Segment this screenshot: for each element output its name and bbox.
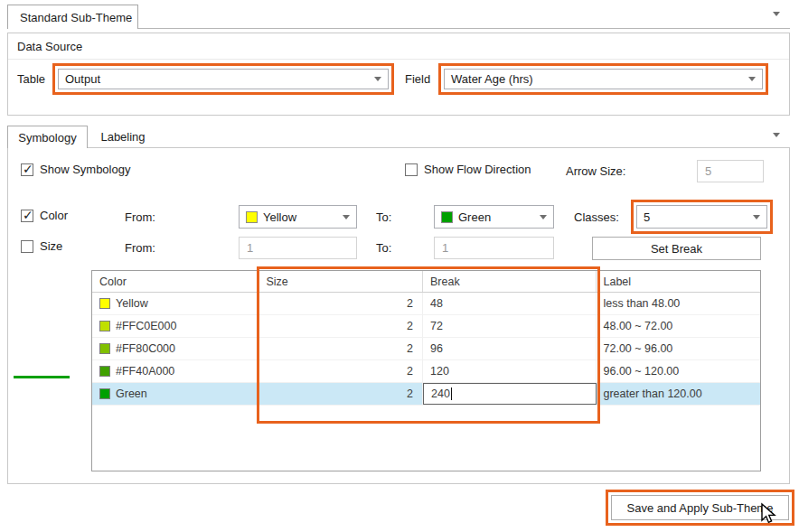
size-to-label: To: — [376, 241, 391, 255]
row-color-cell[interactable]: Green — [92, 383, 259, 405]
tab-standard-sub-theme[interactable]: Standard Sub-Theme — [7, 5, 138, 29]
color-to-value: Green — [458, 210, 491, 224]
chevron-down-icon-tabs[interactable] — [773, 133, 780, 137]
size-to-value: 1 — [442, 241, 448, 255]
table-row[interactable]: #FFC0E000 2 72 48.00 ~ 72.00 — [92, 315, 760, 338]
symbology-panel: Show Symbology Show Flow Direction Arrow… — [7, 147, 790, 484]
grid-header-break[interactable]: Break — [423, 271, 596, 292]
table-combo[interactable]: Output — [58, 69, 389, 89]
row-label: 48.00 ~ 72.00 — [597, 315, 761, 337]
chevron-down-icon — [753, 215, 760, 219]
classes-combo[interactable]: 5 — [636, 205, 767, 229]
row-break-value: 96 — [430, 342, 443, 355]
row-color-cell[interactable]: #FF40A000 — [92, 360, 259, 382]
highlight-classes-combo: 5 — [631, 200, 773, 234]
table-row[interactable]: Yellow 2 48 less than 48.00 — [92, 293, 760, 315]
row-color-name: Green — [116, 387, 147, 400]
row-break[interactable]: 48 — [423, 293, 596, 314]
row-color-name: #FFC0E000 — [116, 320, 176, 332]
row-color-cell[interactable]: #FFC0E000 — [92, 315, 259, 337]
row-color-swatch — [99, 366, 110, 377]
row-break-value: 240 — [431, 387, 450, 400]
row-break[interactable]: 72 — [423, 315, 596, 337]
chevron-down-icon — [374, 77, 381, 81]
size-from-value: 1 — [247, 241, 253, 255]
data-source-separator — [8, 59, 789, 60]
row-color-swatch — [99, 321, 110, 331]
color-from-combo[interactable]: Yellow — [239, 205, 357, 229]
classes-value: 5 — [644, 210, 650, 224]
color-from-label: From: — [125, 210, 155, 224]
grid-header-size[interactable]: Size — [259, 271, 424, 292]
table-row[interactable]: #FF40A000 2 120 96.00 ~ 120.00 — [92, 360, 760, 383]
set-break-button-label: Set Break — [651, 242, 702, 256]
size-checkbox[interactable] — [21, 240, 33, 253]
row-break[interactable]: 96 — [423, 338, 596, 359]
tab-symbology[interactable]: Symbology — [7, 126, 88, 148]
color-from-value: Yellow — [263, 210, 296, 224]
row-label: 72.00 ~ 96.00 — [597, 338, 761, 359]
tab-labeling[interactable]: Labeling — [88, 126, 158, 148]
symbology-grid: Color Size Break Label Yellow 2 48 less … — [91, 270, 761, 471]
table-row[interactable]: Green 2 240 greater than 120.00 — [92, 383, 760, 406]
tab-symbology-label: Symbology — [18, 131, 76, 145]
row-break[interactable]: 120 — [423, 360, 596, 382]
row-break-value: 72 — [430, 320, 443, 332]
size-from-input: 1 — [239, 237, 357, 259]
arrow-size-value: 5 — [705, 164, 711, 178]
chevron-down-icon — [540, 215, 547, 219]
row-color-name: Yellow — [116, 297, 148, 310]
data-source-group: Data Source Table Output Field Water Age… — [7, 33, 790, 116]
highlight-field-combo: Water Age (hrs) — [438, 63, 768, 95]
row-size[interactable]: 2 — [259, 383, 424, 405]
row-color-name: #FF80C000 — [116, 342, 175, 355]
text-caret — [451, 387, 452, 400]
color-checkbox[interactable] — [21, 210, 33, 222]
row-break-value: 48 — [430, 297, 443, 310]
row-size[interactable]: 2 — [259, 293, 424, 314]
chevron-down-icon-top[interactable] — [773, 12, 780, 16]
color-to-label: To: — [376, 210, 391, 224]
line-preview — [14, 376, 70, 378]
size-checkbox-label: Size — [40, 239, 62, 253]
highlight-table-combo: Output — [52, 63, 394, 95]
arrow-size-input: 5 — [697, 160, 764, 182]
show-flow-direction-label: Show Flow Direction — [424, 163, 531, 176]
set-break-button[interactable]: Set Break — [592, 237, 761, 260]
field-combo[interactable]: Water Age (hrs) — [444, 69, 763, 89]
row-label: less than 48.00 — [597, 293, 761, 314]
chevron-down-icon — [343, 215, 350, 219]
tab-labeling-label: Labeling — [100, 130, 145, 144]
grid-header-color[interactable]: Color — [92, 271, 259, 292]
show-flow-direction-checkbox[interactable] — [405, 163, 418, 176]
row-size[interactable]: 2 — [259, 338, 424, 359]
show-symbology-label: Show Symbology — [40, 163, 130, 176]
table-label: Table — [17, 72, 45, 86]
size-to-input: 1 — [434, 237, 554, 259]
grid-header: Color Size Break Label — [92, 271, 760, 293]
row-color-swatch — [99, 388, 110, 399]
show-symbology-checkbox[interactable] — [21, 163, 33, 176]
row-color-cell[interactable]: #FF80C000 — [92, 338, 259, 359]
classes-label: Classes: — [574, 210, 619, 224]
row-color-cell[interactable]: Yellow — [92, 293, 259, 314]
row-size[interactable]: 2 — [259, 315, 424, 337]
row-break-value: 120 — [430, 365, 449, 378]
row-color-swatch — [99, 298, 110, 309]
color-checkbox-label: Color — [40, 209, 68, 222]
row-color-swatch — [99, 343, 110, 354]
table-row[interactable]: #FF80C000 2 96 72.00 ~ 96.00 — [92, 338, 760, 360]
arrow-size-label: Arrow Size: — [566, 164, 625, 178]
size-from-label: From: — [125, 241, 155, 255]
data-source-title: Data Source — [17, 40, 82, 53]
row-label: greater than 120.00 — [597, 383, 761, 405]
color-from-swatch — [246, 211, 258, 223]
grid-header-label[interactable]: Label — [597, 271, 761, 292]
row-break[interactable]: 240 — [423, 383, 596, 405]
mouse-cursor — [759, 502, 777, 526]
color-to-combo[interactable]: Green — [434, 205, 554, 229]
field-combo-value: Water Age (hrs) — [451, 72, 533, 86]
grid-body: Yellow 2 48 less than 48.00 #FFC0E000 2 … — [92, 293, 760, 406]
table-combo-value: Output — [65, 72, 100, 86]
row-size[interactable]: 2 — [259, 360, 424, 382]
